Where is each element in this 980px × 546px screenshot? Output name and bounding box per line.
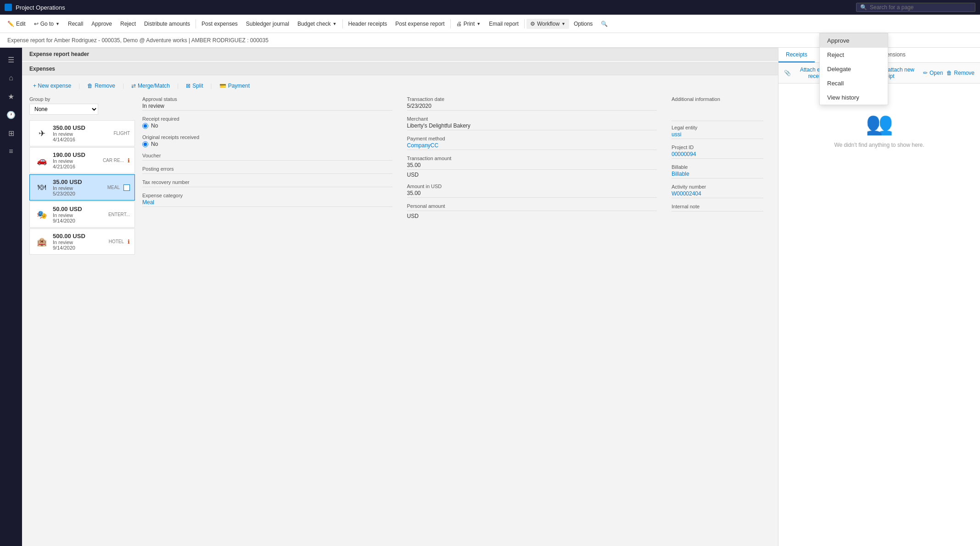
split-button[interactable]: ⊠ Split	[182, 81, 207, 91]
expense-info-entertainment: 50.00 USD In review 9/14/2020	[53, 206, 105, 223]
nav-modules-icon[interactable]: ⊞	[3, 125, 19, 141]
edit-button[interactable]: ✏️ Edit	[4, 19, 29, 29]
expense-category-value[interactable]: Meal	[142, 199, 392, 207]
expense-item-hotel[interactable]: 🏨 500.00 USD In review 9/14/2020 HOTEL ℹ	[29, 228, 135, 255]
workflow-view-history[interactable]: View history	[820, 90, 888, 105]
new-expense-button[interactable]: + New expense	[29, 81, 75, 91]
payment-icon: 💳	[219, 83, 226, 89]
open-icon: ✏	[923, 70, 928, 76]
expenses-layout: Group by None ✈ 350.00 USD In review	[29, 96, 771, 255]
recall-button[interactable]: Recall	[64, 19, 87, 29]
receipt-no-radio[interactable]	[142, 123, 148, 129]
workflow-delegate[interactable]: Delegate	[820, 62, 888, 76]
toolbar-separator-2: |	[123, 83, 124, 89]
right-remove-button[interactable]: 🗑 Remove	[946, 70, 974, 76]
header-receipts-button[interactable]: Header receipts	[345, 19, 391, 29]
payment-method-value[interactable]: CompanyCC	[407, 142, 657, 150]
edit-icon: ✏️	[7, 21, 14, 27]
workflow-recall[interactable]: Recall	[820, 76, 888, 90]
original-no-radio[interactable]	[142, 141, 148, 147]
remove-button[interactable]: 🗑 Remove	[84, 81, 119, 91]
nav-star-icon[interactable]: ★	[3, 88, 19, 105]
options-button[interactable]: Options	[570, 19, 596, 29]
billable-field: Billable Billable	[672, 164, 763, 178]
subledger-journal-button[interactable]: Subledger journal	[242, 19, 293, 29]
flight-amount: 350.00 USD	[53, 124, 110, 131]
separator-2	[342, 19, 343, 28]
internal-note-value	[672, 210, 763, 212]
toolbar-separator-4: |	[211, 83, 212, 89]
voucher-value	[142, 159, 392, 161]
car-amount: 190.00 USD	[53, 151, 99, 158]
entertainment-amount: 50.00 USD	[53, 206, 105, 212]
amount-usd-value: 35.00	[407, 190, 657, 198]
title-search-input[interactable]	[870, 4, 971, 11]
workflow-approve[interactable]: Approve	[820, 33, 888, 48]
budget-check-button[interactable]: Budget check ▼	[294, 19, 341, 29]
project-id-field: Project ID 00000094	[672, 145, 763, 159]
activity-number-field: Activity number W00002404	[672, 184, 763, 198]
posting-errors-field: Posting errors	[142, 166, 392, 174]
left-nav: ☰ ⌂ ★ 🕐 ⊞ ≡	[0, 48, 22, 546]
goto-button[interactable]: ↩ Go to ▼	[30, 19, 63, 29]
content-area: Expense report header Expenses + New exp…	[22, 48, 778, 546]
personal-currency[interactable]: USD	[407, 213, 657, 219]
meal-amount: 35.00 USD	[53, 178, 104, 185]
meal-icon: 🍽	[34, 180, 49, 195]
post-expenses-button[interactable]: Post expenses	[198, 19, 241, 29]
approve-button[interactable]: Approve	[88, 19, 116, 29]
expenses-section-header: Expenses	[22, 62, 778, 75]
transaction-currency[interactable]: USD	[407, 172, 657, 178]
hotel-warning-icon: ℹ	[128, 239, 130, 245]
receipt-required-radio: No	[142, 123, 392, 129]
detail-col-left: Approval status In review Receipt requir…	[142, 96, 392, 219]
search-button[interactable]: 🔍	[597, 19, 611, 29]
app-title: Project Operations	[16, 4, 65, 11]
project-id-value[interactable]: 00000094	[672, 151, 763, 159]
print-button[interactable]: 🖨 Print ▼	[453, 19, 485, 29]
reject-button[interactable]: Reject	[117, 19, 140, 29]
meal-label: MEAL	[107, 185, 120, 190]
payment-button[interactable]: 💳 Payment	[216, 81, 253, 91]
group-by-select[interactable]: None	[29, 104, 98, 115]
transaction-date-field: Transaction date 5/23/2020	[407, 96, 657, 111]
nav-list-icon[interactable]: ≡	[3, 143, 19, 160]
expense-item-entertainment[interactable]: 🎭 50.00 USD In review 9/14/2020 ENTERT..…	[29, 201, 135, 228]
workflow-reject[interactable]: Reject	[820, 48, 888, 62]
title-search-bar[interactable]: 🔍	[856, 3, 975, 12]
nav-menu-icon[interactable]: ☰	[3, 51, 19, 68]
hotel-date: 9/14/2020	[53, 245, 105, 251]
meal-checkbox[interactable]	[123, 184, 130, 191]
detail-two-col: Approval status In review Receipt requir…	[142, 96, 763, 219]
expense-item-flight[interactable]: ✈ 350.00 USD In review 4/14/2016 FLIGHT	[29, 120, 135, 146]
entertainment-label: ENTERT...	[108, 212, 130, 217]
billable-value[interactable]: Billable	[672, 171, 763, 178]
meal-date: 5/23/2020	[53, 191, 104, 196]
empty-state-message: We didn't find anything to show here.	[834, 142, 924, 148]
hotel-status: In review	[53, 240, 105, 245]
nav-home-icon[interactable]: ⌂	[3, 70, 19, 86]
expense-info-hotel: 500.00 USD In review 9/14/2020	[53, 233, 105, 251]
budget-check-arrow: ▼	[333, 22, 337, 26]
open-button[interactable]: ✏ Open	[923, 70, 943, 76]
hotel-icon: 🏨	[34, 234, 49, 249]
approval-status-field: Approval status In review	[142, 96, 392, 111]
merge-match-button[interactable]: ⇄ Merge/Match	[128, 81, 174, 91]
main-layout: ☰ ⌂ ★ 🕐 ⊞ ≡ Expense report header Expens…	[0, 48, 980, 546]
detail-section: Approval status In review Receipt requir…	[135, 96, 771, 255]
workflow-button[interactable]: ⚙ Workflow ▼	[526, 19, 569, 29]
expense-item-car[interactable]: 🚗 190.00 USD In review 4/21/2016 CAR RE.…	[29, 147, 135, 173]
car-status: In review	[53, 158, 99, 164]
search-cmd-icon: 🔍	[601, 21, 608, 27]
nav-recent-icon[interactable]: 🕐	[3, 106, 19, 123]
post-expense-report-button[interactable]: Post expense report	[392, 19, 448, 29]
distribute-amounts-button[interactable]: Distribute amounts	[140, 19, 194, 29]
detail-col-right: Transaction date 5/23/2020 Merchant Libe…	[407, 96, 657, 219]
email-report-button[interactable]: Email report	[485, 19, 522, 29]
expense-item-meal[interactable]: 🍽 35.00 USD In review 5/23/2020 MEAL	[29, 174, 135, 201]
activity-number-value[interactable]: W00002404	[672, 190, 763, 198]
flight-date: 4/14/2016	[53, 137, 110, 142]
expenses-toolbar: + New expense | 🗑 Remove | ⇄ Merge/Match…	[29, 81, 771, 91]
tab-receipts[interactable]: Receipts	[778, 48, 815, 62]
legal-entity-value[interactable]: ussi	[672, 131, 763, 139]
